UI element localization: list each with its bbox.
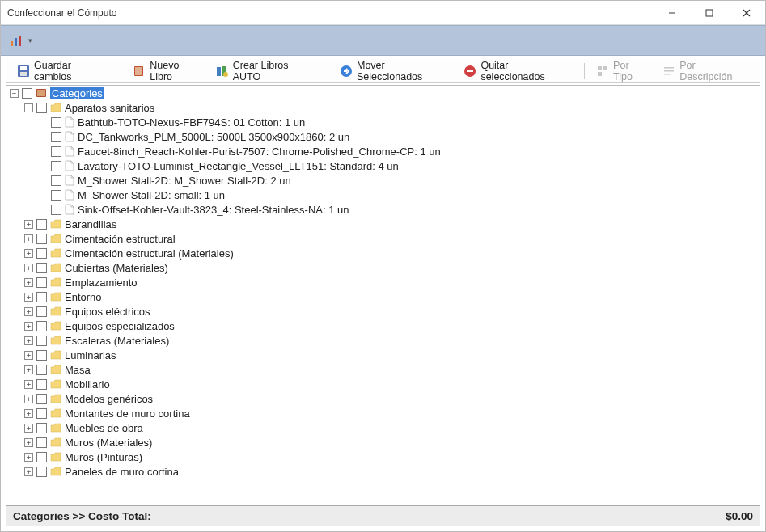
separator: [121, 63, 121, 79]
file-icon: [65, 189, 74, 201]
checkbox[interactable]: [36, 263, 47, 273]
tree-branch-label: Masa: [65, 364, 91, 376]
expand-icon[interactable]: +: [24, 293, 33, 302]
checkbox[interactable]: [51, 146, 61, 157]
checkbox[interactable]: [51, 117, 61, 128]
expand-icon[interactable]: +: [24, 220, 33, 229]
folder-icon: [50, 467, 61, 476]
tree-branch-row[interactable]: + Modelos genéricos: [24, 391, 760, 406]
tree-leaf-row[interactable]: Faucet-8inch_Reach-Kohler-Purist-7507: C…: [39, 144, 760, 158]
checkbox[interactable]: [51, 190, 61, 201]
expand-icon[interactable]: +: [24, 307, 33, 316]
tree-branch-row[interactable]: + Mobiliario: [24, 377, 760, 391]
tree-branch-row[interactable]: + Escaleras (Materiales): [24, 333, 760, 348]
tree-branch-row[interactable]: + Muros (Materiales): [24, 435, 760, 450]
tree-branch-row[interactable]: + Masa: [24, 362, 760, 377]
chart-icon[interactable]: ▾: [6, 32, 36, 49]
expand-icon[interactable]: +: [24, 424, 33, 433]
new-book-button[interactable]: Nuevo Libro: [128, 58, 207, 84]
tree-branch-row[interactable]: − Aparatos sanitarios: [24, 100, 760, 115]
maximize-button[interactable]: [691, 1, 728, 25]
checkbox[interactable]: [36, 336, 47, 346]
folder-icon: [50, 277, 61, 287]
expand-icon[interactable]: +: [24, 278, 33, 287]
expand-icon[interactable]: +: [24, 336, 33, 345]
tree-leaf-label: Lavatory-TOTO-Luminist_Rectangle_Vessel_…: [78, 160, 399, 172]
remove-icon: [463, 65, 476, 78]
tree-scroll[interactable]: − Categories − Aparatos sanitarios: [6, 86, 760, 500]
checkbox[interactable]: [51, 175, 61, 186]
minimize-button[interactable]: [654, 1, 691, 25]
save-button[interactable]: Guardar cambios: [12, 58, 114, 84]
checkbox[interactable]: [36, 437, 47, 448]
expand-icon[interactable]: +: [24, 380, 33, 389]
expand-icon[interactable]: +: [24, 249, 33, 258]
move-selected-button[interactable]: Mover Seleccionados: [335, 58, 455, 84]
checkbox[interactable]: [36, 423, 47, 433]
checkbox[interactable]: [36, 321, 47, 331]
tree-branch-row[interactable]: + Muros (Pinturas): [24, 450, 760, 464]
tree-leaf-row[interactable]: M_Shower Stall-2D: small: 1 un: [39, 188, 760, 202]
tree-leaf-row[interactable]: M_Shower Stall-2D: M_Shower Stall-2D: 2 …: [39, 173, 760, 188]
checkbox[interactable]: [36, 408, 47, 419]
by-description-button[interactable]: Por Descripción: [658, 58, 754, 84]
tree-branch-row[interactable]: + Cimentación estructural: [24, 231, 760, 246]
close-button[interactable]: [728, 1, 765, 25]
expand-icon[interactable]: +: [24, 351, 33, 360]
create-books-auto-button[interactable]: Crear Libros AUTO: [211, 58, 321, 84]
checkbox[interactable]: [51, 132, 61, 142]
move-selected-label: Mover Seleccionados: [357, 60, 451, 82]
by-type-button[interactable]: Por Tipo: [591, 58, 654, 84]
dropdown-caret-icon: ▾: [28, 36, 32, 44]
checkbox[interactable]: [36, 306, 47, 317]
checkbox[interactable]: [22, 88, 32, 99]
checkbox[interactable]: [36, 219, 47, 230]
remove-selected-button[interactable]: Quitar seleccionados: [459, 58, 578, 84]
tree-branch-label: Cimentación estructural (Materiales): [65, 247, 234, 260]
collapse-icon[interactable]: −: [10, 89, 19, 98]
checkbox[interactable]: [51, 205, 61, 215]
tree-branch-row[interactable]: + Muebles de obra: [24, 420, 760, 435]
tree-leaf-row[interactable]: DC_Tankworks_PLM_5000L: 5000L 3500x900x1…: [39, 129, 760, 144]
expand-icon[interactable]: +: [24, 264, 33, 272]
checkbox[interactable]: [36, 277, 47, 288]
tree-branch-row[interactable]: + Cubiertas (Materiales): [24, 260, 760, 275]
checkbox[interactable]: [36, 365, 47, 375]
tree-branch-label: Aparatos sanitarios: [65, 102, 154, 114]
expand-icon[interactable]: +: [24, 453, 33, 462]
tree-leaf-row[interactable]: Lavatory-TOTO-Luminist_Rectangle_Vessel_…: [39, 158, 760, 173]
checkbox[interactable]: [36, 292, 47, 302]
checkbox[interactable]: [36, 379, 47, 390]
expand-icon[interactable]: +: [24, 395, 33, 403]
collapse-icon[interactable]: −: [24, 103, 33, 112]
tree-branch-row[interactable]: + Emplazamiento: [24, 275, 760, 289]
checkbox[interactable]: [36, 394, 47, 404]
tree-branch-row[interactable]: + Entorno: [24, 289, 760, 304]
tree-leaf-row[interactable]: Bathtub-TOTO-Nexus-FBF794S: 01 Cotton: 1…: [39, 115, 760, 129]
checkbox[interactable]: [36, 248, 47, 259]
checkbox[interactable]: [36, 103, 47, 113]
tree-branch-label: Luminarias: [65, 349, 116, 361]
svg-rect-18: [598, 66, 602, 70]
tree-root-row[interactable]: − Categories: [10, 86, 760, 100]
expand-icon[interactable]: +: [24, 234, 33, 243]
tree-branch-row[interactable]: + Cimentación estructural (Materiales): [24, 246, 760, 260]
checkbox[interactable]: [36, 234, 47, 244]
expand-icon[interactable]: +: [24, 467, 33, 476]
tree-branch-row[interactable]: + Barandillas: [24, 217, 760, 231]
checkbox[interactable]: [36, 452, 47, 462]
expand-icon[interactable]: +: [24, 365, 33, 374]
expand-icon[interactable]: +: [24, 322, 33, 331]
tree-leaf-row[interactable]: Sink-Offset-Kohler-Vault-3823_4: Steel-S…: [39, 202, 760, 217]
tree-branch-row[interactable]: + Equipos eléctricos: [24, 304, 760, 319]
checkbox[interactable]: [36, 350, 47, 361]
tree-branch-row[interactable]: + Equipos especializados: [24, 319, 760, 333]
tree-branch-row[interactable]: + Montantes de muro cortina: [24, 406, 760, 420]
checkbox[interactable]: [51, 161, 61, 171]
tree-branch-label: Cimentación estructural: [65, 233, 176, 245]
expand-icon[interactable]: +: [24, 409, 33, 418]
checkbox[interactable]: [36, 467, 47, 477]
tree-branch-row[interactable]: + Paneles de muro cortina: [24, 464, 760, 479]
tree-branch-row[interactable]: + Luminarias: [24, 348, 760, 362]
expand-icon[interactable]: +: [24, 438, 33, 447]
